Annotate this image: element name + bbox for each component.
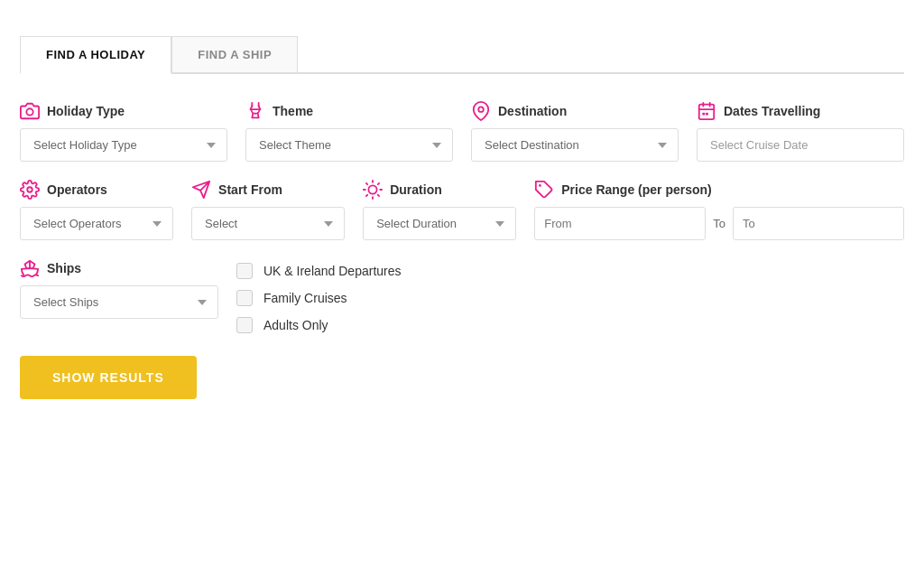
theme-select[interactable]: Select Theme [245,128,453,162]
price-from-input[interactable] [534,207,706,240]
svg-rect-4 [706,113,708,116]
svg-point-6 [369,185,377,193]
main-container: FIND A HOLIDAY FIND A SHIP Holiday Type [20,36,904,399]
plane-icon [191,180,211,200]
operators-label: Operators [20,180,173,200]
show-results-button[interactable]: SHOW RESULTS [20,356,197,399]
checkbox-family-cruises[interactable]: Family Cruises [236,290,904,306]
family-cruises-checkbox[interactable] [236,290,253,306]
price-range-separator: To [713,217,725,230]
uk-ireland-checkbox[interactable] [236,263,253,279]
duration-group: Duration Select Duration [363,180,516,240]
filter-row-2: Operators Select Operators Start From [20,180,904,240]
tab-bar: FIND A HOLIDAY FIND A SHIP [20,36,904,74]
dates-travelling-group: Dates Travelling [697,101,904,162]
adults-only-checkbox[interactable] [236,317,253,333]
start-from-group: Start From Select [191,180,345,240]
duration-select[interactable]: Select Duration [363,207,516,240]
start-from-select[interactable]: Select [191,207,345,240]
theme-label: Theme [245,101,453,121]
tab-find-ship[interactable]: FIND A SHIP [171,36,298,72]
operators-select[interactable]: Select Operators [20,207,173,240]
theme-group: Theme Select Theme [245,101,453,162]
gear-icon [20,180,40,200]
dates-label: Dates Travelling [697,101,904,121]
tab-find-holiday[interactable]: FIND A HOLIDAY [20,36,171,74]
svg-point-5 [27,187,32,192]
ship-icon [20,258,40,278]
svg-point-7 [539,184,541,187]
destination-label: Destination [471,101,679,121]
search-form: Holiday Type Select Holiday Type Theme [20,101,904,399]
ships-group: Ships Select Ships [20,258,218,319]
price-tag-icon [534,180,554,200]
filter-row-3: Ships Select Ships UK & Ireland Departur… [20,258,904,333]
holiday-type-group: Holiday Type Select Holiday Type [20,101,227,162]
price-to-input[interactable] [733,207,904,240]
checkbox-adults-only[interactable]: Adults Only [236,317,904,333]
sun-icon [363,180,383,200]
svg-point-0 [26,108,32,115]
start-from-label: Start From [191,180,345,200]
ships-select[interactable]: Select Ships [20,285,218,319]
price-range-group: Price Range (per person) To [534,180,904,240]
toast-icon [245,101,265,121]
operators-group: Operators Select Operators [20,180,173,240]
holiday-type-select[interactable]: Select Holiday Type [20,128,227,162]
holiday-type-label: Holiday Type [20,101,227,121]
duration-label: Duration [363,180,516,200]
svg-rect-3 [702,113,705,116]
calendar-icon [697,101,716,121]
filter-row-1: Holiday Type Select Holiday Type Theme [20,101,904,162]
svg-point-1 [478,107,484,112]
destination-group: Destination Select Destination [471,101,679,162]
pin-icon [471,101,491,121]
camera-icon [20,101,40,121]
svg-rect-2 [699,105,715,120]
price-range-label: Price Range (per person) [534,180,904,200]
dates-input[interactable] [697,128,904,162]
price-range-inputs: To [534,207,904,240]
destination-select[interactable]: Select Destination [471,128,679,162]
checkbox-uk-ireland[interactable]: UK & Ireland Departures [236,263,904,279]
checkboxes-group: UK & Ireland Departures Family Cruises A… [236,258,904,333]
ships-label: Ships [20,258,218,278]
